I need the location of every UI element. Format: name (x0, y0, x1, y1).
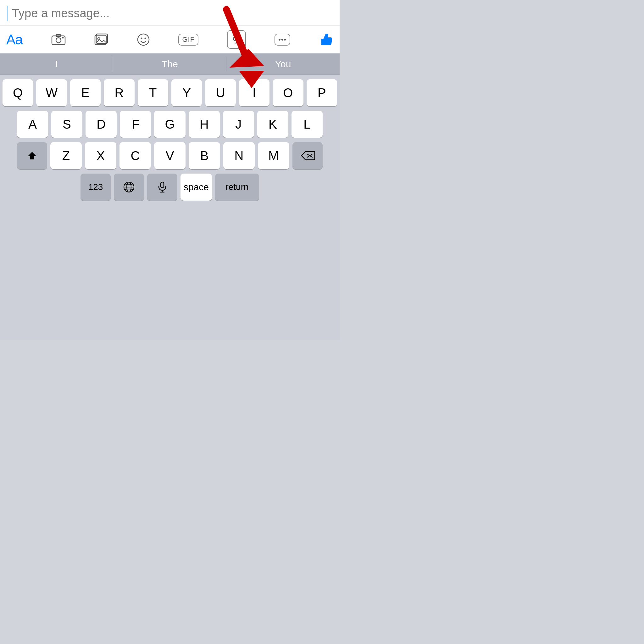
key-c[interactable]: C (119, 142, 151, 169)
key-n[interactable]: N (223, 142, 255, 169)
keyboard-section: I The You Q W E R T Y U I O P A S (0, 53, 340, 340)
numbers-key[interactable]: 123 (81, 174, 111, 201)
photos-button[interactable] (94, 33, 108, 46)
svg-point-12 (141, 37, 142, 39)
predictive-item-you[interactable]: You (226, 53, 340, 75)
key-row-1: Q W E R T Y U I O P (3, 79, 337, 106)
key-b[interactable]: B (189, 142, 220, 169)
key-h[interactable]: H (189, 111, 220, 138)
key-a[interactable]: A (17, 111, 48, 138)
top-section: Aa (0, 0, 340, 53)
predictive-item-i[interactable]: I (0, 53, 113, 75)
keyboard: Q W E R T Y U I O P A S D F G H J K (0, 75, 340, 340)
microphone-button[interactable] (227, 30, 246, 49)
toolbar: Aa (0, 26, 340, 53)
mic-bottom-icon (158, 181, 167, 193)
svg-point-7 (62, 37, 64, 38)
key-f[interactable]: F (120, 111, 151, 138)
key-r[interactable]: R (104, 79, 134, 106)
camera-icon (51, 33, 66, 46)
gif-button[interactable]: GIF (178, 34, 198, 46)
return-key[interactable]: return (215, 174, 259, 201)
key-z[interactable]: Z (50, 142, 82, 169)
key-j[interactable]: J (223, 111, 254, 138)
key-m[interactable]: M (258, 142, 289, 169)
key-d[interactable]: D (86, 111, 117, 138)
message-input[interactable] (8, 6, 332, 21)
predictive-bar: I The You (0, 53, 340, 75)
key-i[interactable]: I (239, 79, 269, 106)
emoji-icon (137, 33, 150, 46)
key-u[interactable]: U (205, 79, 236, 106)
more-label: ••• (275, 34, 290, 46)
key-o[interactable]: O (273, 79, 303, 106)
svg-point-11 (138, 34, 149, 45)
emoji-button[interactable] (137, 33, 150, 46)
globe-icon (123, 181, 135, 193)
key-l[interactable]: L (291, 111, 323, 138)
key-p[interactable]: P (307, 79, 337, 106)
more-button[interactable]: ••• (275, 34, 290, 46)
key-e[interactable]: E (70, 79, 101, 106)
key-row-bottom: 123 (3, 174, 337, 204)
key-v[interactable]: V (154, 142, 186, 169)
phone-screen: Aa (0, 0, 340, 340)
shift-icon (27, 151, 37, 161)
delete-key[interactable] (292, 142, 323, 169)
key-q[interactable]: Q (3, 79, 33, 106)
thumbs-up-icon (319, 32, 333, 47)
svg-rect-23 (161, 182, 164, 188)
mic-svg (232, 33, 241, 44)
svg-point-5 (56, 38, 61, 43)
key-s[interactable]: S (51, 111, 82, 138)
mic-icon (227, 30, 246, 49)
camera-button[interactable] (51, 33, 66, 46)
key-g[interactable]: G (154, 111, 185, 138)
aa-button[interactable]: Aa (6, 32, 23, 47)
predictive-item-the[interactable]: The (113, 53, 226, 75)
key-w[interactable]: W (36, 79, 67, 106)
globe-key[interactable] (114, 174, 144, 201)
key-y[interactable]: Y (171, 79, 202, 106)
shift-key[interactable] (17, 142, 47, 169)
photos-icon (94, 33, 108, 46)
key-row-2: A S D F G H J K L (3, 111, 337, 138)
space-key[interactable]: space (180, 174, 212, 201)
delete-icon (300, 150, 315, 161)
svg-rect-14 (235, 33, 238, 39)
key-k[interactable]: K (257, 111, 288, 138)
gif-label: GIF (178, 34, 198, 46)
key-x[interactable]: X (85, 142, 116, 169)
message-input-area (0, 0, 340, 26)
svg-point-13 (144, 37, 146, 39)
thumbs-up-button[interactable] (319, 32, 333, 47)
svg-marker-17 (28, 152, 36, 159)
key-t[interactable]: T (138, 79, 168, 106)
key-row-3: Z X C V B N M (3, 142, 337, 169)
mic-bottom-key[interactable] (147, 174, 177, 201)
